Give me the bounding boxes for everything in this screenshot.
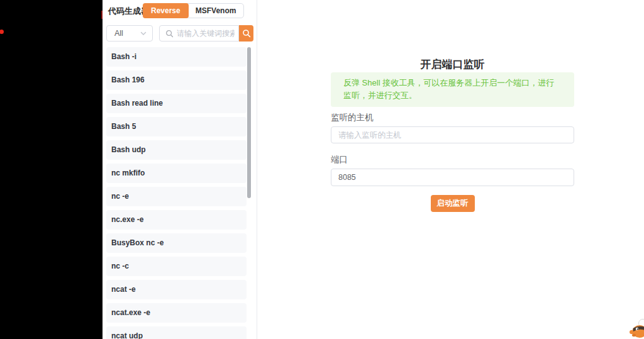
category-filter-value: All — [114, 29, 123, 38]
search-input[interactable] — [177, 29, 235, 38]
list-item[interactable]: Bash -i — [106, 47, 247, 67]
red-indicator-dot — [0, 30, 4, 34]
list-item[interactable]: ncat -e — [106, 280, 247, 299]
payload-list: Bash -iBash 196Bash read lineBash 5Bash … — [106, 47, 247, 339]
search-button-icon — [242, 29, 251, 38]
list-scrollbar[interactable] — [247, 47, 251, 198]
list-item[interactable]: Bash udp — [106, 140, 247, 160]
search-group — [159, 25, 253, 42]
mode-tab-group: Reverse MSFVenom — [143, 3, 244, 18]
list-item[interactable]: Bash 196 — [106, 70, 247, 90]
port-label: 端口 — [331, 154, 348, 165]
port-input[interactable] — [331, 169, 574, 186]
left-black-panel — [0, 0, 103, 339]
list-item[interactable]: ncat udp — [106, 326, 247, 339]
page-title: 开启端口监听 — [331, 57, 574, 72]
listener-panel: 开启端口监听 反弹 Shell 接收工具，可以在服务器上开启一个端口，进行监听，… — [258, 0, 644, 339]
list-item[interactable]: nc mkfifo — [106, 164, 247, 183]
host-input[interactable] — [331, 126, 574, 143]
host-label: 监听的主机 — [331, 112, 374, 123]
list-item[interactable]: nc.exe -e — [106, 210, 247, 230]
list-item[interactable]: nc -e — [106, 187, 247, 206]
list-item[interactable]: Bash 5 — [106, 117, 247, 136]
info-alert: 反弹 Shell 接收工具，可以在服务器上开启一个端口，进行监听，并进行交互。 — [331, 72, 574, 107]
tab-reverse[interactable]: Reverse — [143, 3, 189, 18]
list-item[interactable]: BusyBox nc -e — [106, 233, 247, 253]
chevron-down-icon — [140, 30, 147, 37]
category-filter-select[interactable]: All — [106, 25, 153, 42]
generator-sidebar: 代码生成器 Reverse MSFVenom All Bash -iBash 1… — [103, 0, 257, 339]
start-listen-button[interactable]: 启动监听 — [431, 195, 475, 212]
tab-msfvenom[interactable]: MSFVenom — [188, 4, 244, 18]
list-item[interactable]: Bash read line — [106, 94, 247, 113]
search-box — [159, 25, 239, 42]
search-button[interactable] — [239, 25, 253, 42]
list-item[interactable]: ncat.exe -e — [106, 303, 247, 323]
list-item[interactable]: nc -c — [106, 257, 247, 276]
fox-mascot-icon — [630, 318, 644, 339]
search-icon — [165, 30, 174, 38]
